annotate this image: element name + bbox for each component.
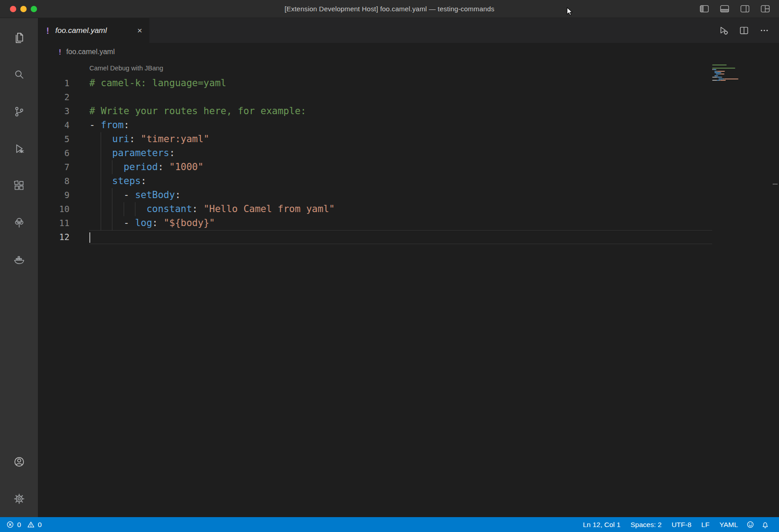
code-line[interactable]: 10 constant: "Hello Camel from yaml" <box>38 202 779 216</box>
minimap-line <box>712 75 740 76</box>
line-text <box>89 230 712 244</box>
token-comment: # camel-k: language=yaml <box>89 78 226 88</box>
customize-layout-icon <box>760 5 770 13</box>
token-key: period <box>124 162 158 172</box>
window-close-button[interactable] <box>10 6 16 12</box>
indent-guide <box>112 160 112 174</box>
token-plain <box>89 204 146 214</box>
traffic-lights <box>10 0 37 18</box>
toggle-primary-sidebar-button[interactable] <box>700 5 709 13</box>
editor[interactable]: Camel Debug with JBang 1# camel-k: langu… <box>38 61 779 517</box>
activity-bar-item-settings[interactable] <box>0 480 38 517</box>
warning-count: 0 <box>38 521 42 529</box>
activity-bar-item-extensions[interactable] <box>0 167 38 204</box>
code-line[interactable]: 2 <box>38 90 779 104</box>
indent-guide <box>112 216 112 230</box>
activity-bar-item-accounts[interactable] <box>0 443 38 480</box>
code-line[interactable]: 5 uri: "timer:yaml" <box>38 132 779 146</box>
minimap-token <box>712 65 727 65</box>
indent-guide <box>101 160 101 174</box>
token-string: "Hello Camel from yaml" <box>204 204 335 214</box>
token-comment: # Write your routes here, for example: <box>89 106 306 116</box>
code-line[interactable]: 12 <box>38 230 779 244</box>
feedback-button[interactable] <box>743 521 758 528</box>
line-text: - log: "${body}" <box>89 216 712 230</box>
code-line[interactable]: 8 steps: <box>38 174 779 188</box>
token-plain: : <box>141 176 147 186</box>
cursor-position-indicator[interactable]: Ln 12, Col 1 <box>578 521 626 529</box>
language-mode-indicator[interactable]: YAML <box>714 521 743 529</box>
indent-guide <box>101 216 101 230</box>
toggle-panel-icon <box>720 5 729 13</box>
token-key: steps <box>112 176 141 186</box>
docker-icon <box>13 254 25 266</box>
activity-bar-item-tree[interactable] <box>0 204 38 241</box>
bell-icon <box>761 521 769 528</box>
window-zoom-button[interactable] <box>31 6 37 12</box>
indent-guide <box>101 202 101 216</box>
minimap-token <box>717 77 721 78</box>
toggle-panel-button[interactable] <box>720 5 729 13</box>
code-line[interactable]: 1# camel-k: language=yaml <box>38 76 779 90</box>
toggle-primary-sidebar-icon <box>700 5 709 13</box>
window-minimize-button[interactable] <box>20 6 27 12</box>
indentation-indicator[interactable]: Spaces: 2 <box>626 521 667 529</box>
split-editor-button[interactable] <box>739 26 749 35</box>
code-line[interactable]: 6 parameters: <box>38 146 779 160</box>
customize-layout-button[interactable] <box>760 5 770 13</box>
tab-foo-camel-yaml[interactable]: ! foo.camel.yaml × <box>38 18 149 43</box>
code-line[interactable]: 11 - log: "${body}" <box>38 216 779 230</box>
minimap-line <box>712 65 740 65</box>
minimap-token <box>712 80 717 81</box>
more-actions-button[interactable] <box>760 26 769 35</box>
text-cursor <box>89 232 90 243</box>
minimap-token <box>721 72 721 73</box>
encoding-indicator[interactable]: UTF-8 <box>667 521 696 529</box>
indent-guide <box>135 202 135 216</box>
toggle-secondary-sidebar-button[interactable] <box>740 5 750 13</box>
camel-language-icon: ! <box>45 26 50 36</box>
activity-bar-item-run-and-debug[interactable] <box>0 130 38 167</box>
token-plain: : <box>158 162 169 172</box>
minimap-token <box>718 75 718 76</box>
code-line[interactable]: 3# Write your routes here, for example: <box>38 104 779 118</box>
minimap-token <box>721 77 722 78</box>
indent-guide <box>101 188 101 202</box>
activity-bar-top <box>0 19 38 278</box>
activity-bar <box>0 18 38 517</box>
minimap-token <box>714 75 718 76</box>
notifications-button[interactable] <box>758 521 773 528</box>
problems-indicator[interactable]: 0 0 <box>6 521 45 529</box>
search-icon <box>13 69 25 81</box>
breadcrumb[interactable]: ! foo.camel.yaml <box>38 43 779 61</box>
activity-bar-item-explorer[interactable] <box>0 19 38 56</box>
minimap-token <box>721 74 724 74</box>
minimap[interactable] <box>712 65 740 83</box>
titlebar-layout-actions <box>700 0 770 18</box>
activity-bar-item-docker[interactable] <box>0 241 38 278</box>
token-string: "${body}" <box>163 217 215 228</box>
code-line[interactable]: 7 period: "1000" <box>38 160 779 174</box>
activity-bar-item-source-control[interactable] <box>0 93 38 130</box>
line-text: # Write your routes here, for example: <box>89 104 712 118</box>
tab-label: foo.camel.yaml <box>55 26 107 35</box>
breadcrumb-file-label[interactable]: foo.camel.yaml <box>66 48 115 56</box>
tab-bar: ! foo.camel.yaml × <box>38 18 779 43</box>
activity-bar-item-search[interactable] <box>0 56 38 93</box>
indent-guide <box>112 202 112 216</box>
tab-close-icon[interactable]: × <box>137 26 142 35</box>
run-or-debug-button[interactable] <box>719 26 728 35</box>
token-key: uri <box>112 134 130 144</box>
code-line[interactable]: 9 - setBody: <box>38 188 779 202</box>
minimap-line <box>712 77 740 78</box>
token-key: constant <box>146 204 192 214</box>
token-key: setBody <box>135 190 175 200</box>
eol-indicator[interactable]: LF <box>696 521 714 529</box>
status-bar: 0 0 Ln 12, Col 1 Spaces: 2 UTF-8 LF YAML <box>0 517 779 532</box>
token-plain: - <box>89 120 101 130</box>
line-text: - from: <box>89 118 712 132</box>
code-line[interactable]: 4- from: <box>38 118 779 132</box>
codelens-camel-debug[interactable]: Camel Debug with JBang <box>89 65 163 72</box>
indent-guide <box>101 132 101 146</box>
line-number: 12 <box>38 230 89 244</box>
